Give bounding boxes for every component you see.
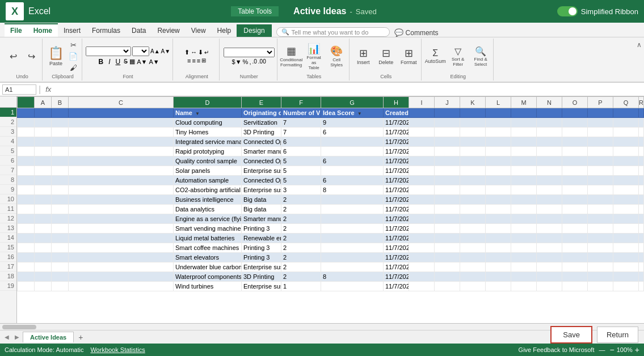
cell-1-M[interactable] <box>511 108 537 118</box>
cell-6-col8[interactable]: 11/7/2020 23:30 <box>384 156 409 166</box>
cell-17-col15[interactable] <box>562 262 588 272</box>
cell-8-col16[interactable] <box>588 176 613 185</box>
cell-16-col18[interactable] <box>639 253 644 262</box>
cell-19-col1[interactable] <box>35 282 52 291</box>
cell-8-col0[interactable] <box>18 176 35 185</box>
cell-5-col15[interactable] <box>562 147 588 156</box>
cell-10-col17[interactable] <box>613 195 639 205</box>
cell-19-col10[interactable] <box>435 282 460 291</box>
row-num-10[interactable]: 10 <box>0 194 16 204</box>
cell-7-col10[interactable] <box>435 166 460 176</box>
cell-18-col0[interactable] <box>18 272 35 282</box>
cell-4-col8[interactable]: 11/7/2020 23:30 <box>384 137 409 147</box>
cell-18-col11[interactable] <box>460 272 486 282</box>
cell-4-col12[interactable] <box>486 137 511 147</box>
cell-18-col3[interactable] <box>69 272 174 282</box>
cell-19-col7[interactable] <box>321 282 384 291</box>
zoom-in-button[interactable]: + <box>635 345 639 354</box>
cell-16-col13[interactable] <box>511 253 537 262</box>
cell-11-col6[interactable]: 2 <box>281 205 321 214</box>
scrollbar-thumb[interactable] <box>2 325 36 329</box>
cell-11-col4[interactable]: Data analytics <box>174 205 242 214</box>
cell-7-col13[interactable] <box>511 166 537 176</box>
cell-3-col4[interactable]: Tiny Homes <box>174 128 242 137</box>
cell-6-col0[interactable] <box>18 156 35 166</box>
cell-13-col9[interactable] <box>409 224 435 234</box>
cell-19-col12[interactable] <box>486 282 511 291</box>
cell-9-col2[interactable] <box>52 185 69 195</box>
insert-button[interactable]: ⊞ Insert <box>353 41 373 71</box>
cell-16-col3[interactable] <box>69 253 174 262</box>
cell-14-col4[interactable]: Liquid metal batteries <box>174 234 242 243</box>
cell-15-col6[interactable]: 2 <box>281 243 321 253</box>
cell-8-col2[interactable] <box>52 176 69 185</box>
cell-9-col15[interactable] <box>562 185 588 195</box>
cell-3-col18[interactable] <box>639 128 644 137</box>
cell-13-col12[interactable] <box>486 224 511 234</box>
cell-7-col17[interactable] <box>613 166 639 176</box>
cell-2-col5[interactable]: Servitization <box>242 118 281 128</box>
cell-11-col0[interactable] <box>18 205 35 214</box>
cell-15-col16[interactable] <box>588 243 613 253</box>
cell-19-col0[interactable] <box>18 282 35 291</box>
cell-7-col1[interactable] <box>35 166 52 176</box>
cell-17-col8[interactable]: 11/7/2020 23:30 <box>384 262 409 272</box>
cut-button[interactable]: ✂ <box>67 40 79 50</box>
cell-15-col18[interactable] <box>639 243 644 253</box>
cell-18-col8[interactable]: 11/7/2020 23:30 <box>384 272 409 282</box>
cell-6-col10[interactable] <box>435 156 460 166</box>
filter-arrow-D[interactable]: ▼ <box>195 111 200 116</box>
cell-4-col3[interactable] <box>69 137 174 147</box>
row-num-2[interactable]: 2 <box>0 117 16 127</box>
tab-formulas[interactable]: Formulas <box>86 24 126 37</box>
cell-6-col18[interactable] <box>639 156 644 166</box>
cell-19-col15[interactable] <box>562 282 588 291</box>
cell-15-col5[interactable]: Printing 3 <box>242 243 281 253</box>
cell-6-col5[interactable]: Connected Oper <box>242 156 281 166</box>
cell-10-col14[interactable] <box>537 195 562 205</box>
cell-12-col1[interactable] <box>35 214 52 224</box>
cell-14-col18[interactable] <box>639 234 644 243</box>
cell-15-col3[interactable] <box>69 243 174 253</box>
row-num-4[interactable]: 4 <box>0 137 16 146</box>
cell-9-col7[interactable]: 8 <box>321 185 384 195</box>
cell-5-col17[interactable] <box>613 147 639 156</box>
cell-6-col11[interactable] <box>460 156 486 166</box>
cell-14-col8[interactable]: 11/7/2020 23:30 <box>384 234 409 243</box>
cell-10-col2[interactable] <box>52 195 69 205</box>
cell-4-col6[interactable]: 6 <box>281 137 321 147</box>
cell-18-col1[interactable] <box>35 272 52 282</box>
cell-11-col9[interactable] <box>409 205 435 214</box>
italic-button[interactable]: I <box>107 57 112 66</box>
cell-8-col3[interactable] <box>69 176 174 185</box>
conditional-formatting-button[interactable]: ▦ Conditional Formatting <box>281 41 301 71</box>
cell-4-col13[interactable] <box>511 137 537 147</box>
cell-8-col11[interactable] <box>460 176 486 185</box>
cell-11-col10[interactable] <box>435 205 460 214</box>
cell-16-col17[interactable] <box>613 253 639 262</box>
sheet-nav-prev[interactable]: ◀ <box>2 333 11 341</box>
tab-file[interactable]: File <box>5 23 28 37</box>
percent-button[interactable]: % <box>243 58 249 65</box>
cell-3-col0[interactable] <box>18 128 35 137</box>
cell-1-N[interactable] <box>537 108 562 118</box>
cell-15-col1[interactable] <box>35 243 52 253</box>
cell-8-col18[interactable] <box>639 176 644 185</box>
copy-button[interactable]: 📄 <box>67 51 79 61</box>
cell-14-col16[interactable] <box>588 234 613 243</box>
cell-9-col8[interactable]: 11/7/2020 23:30 <box>384 185 409 195</box>
cell-5-col7[interactable] <box>321 147 384 156</box>
cell-17-col3[interactable] <box>69 262 174 272</box>
cell-16-col2[interactable] <box>52 253 69 262</box>
cell-14-col5[interactable]: Renewable ener <box>242 234 281 243</box>
align-right-button[interactable]: ≡ <box>197 57 200 64</box>
cell-13-col13[interactable] <box>511 224 537 234</box>
cell-18-col2[interactable] <box>52 272 69 282</box>
cell-11-col1[interactable] <box>35 205 52 214</box>
cell-1-P[interactable] <box>588 108 613 118</box>
cell-15-col15[interactable] <box>562 243 588 253</box>
cell-16-col8[interactable]: 11/7/2020 23:30 <box>384 253 409 262</box>
cell-11-col18[interactable] <box>639 205 644 214</box>
cell-11-col11[interactable] <box>460 205 486 214</box>
cell-12-col11[interactable] <box>460 214 486 224</box>
